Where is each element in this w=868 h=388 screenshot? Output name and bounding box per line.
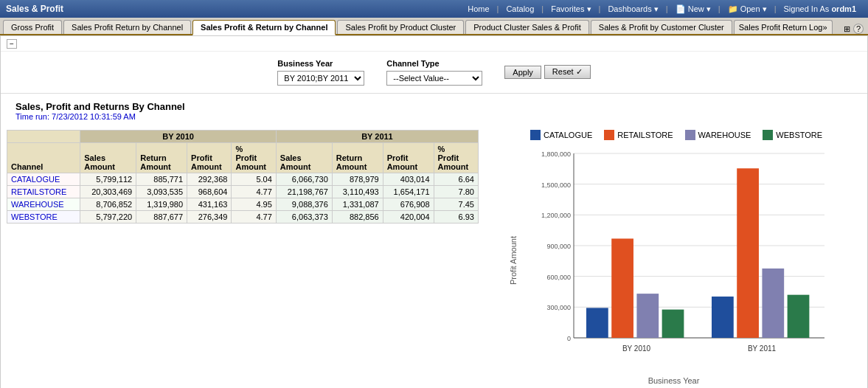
chart-wrapper: Profit Amount 0300,000600,000900,0001,20… bbox=[509, 146, 839, 375]
tab-icons: ⊞ ? bbox=[844, 24, 868, 34]
by2011-profit-header: ProfitAmount bbox=[383, 143, 434, 173]
y-axis-label: Profit Amount bbox=[509, 236, 518, 285]
data-table-wrapper: BY 2010 BY 2011 Channel SalesAmount Retu… bbox=[7, 130, 479, 385]
channel-cell[interactable]: WEBSTORE bbox=[7, 211, 80, 224]
grid-icon[interactable]: ⊞ bbox=[844, 24, 850, 34]
reset-button[interactable]: Reset ✓ bbox=[544, 65, 591, 79]
by2010-profit-header: ProfitAmount bbox=[187, 143, 232, 173]
channel-type-label: Channel Type bbox=[386, 59, 439, 68]
x-axis-label: Business Year bbox=[648, 376, 700, 385]
tab-sales-profit-return-channel-active[interactable]: Sales Profit & Return by Channel bbox=[192, 20, 336, 35]
bar-chart: 0300,000600,000900,0001,200,0001,500,000… bbox=[522, 146, 839, 375]
report-title: Sales, Profit and Returns By Channel bbox=[15, 101, 853, 112]
svg-text:1,800,000: 1,800,000 bbox=[541, 150, 570, 158]
legend-item: WAREHOUSE bbox=[685, 130, 751, 140]
nav-favorites[interactable]: Favorites ▾ bbox=[545, 4, 597, 14]
nav-dashboards[interactable]: Dashboards ▾ bbox=[602, 4, 664, 14]
bar bbox=[762, 269, 784, 338]
by2010-header: BY 2010 bbox=[80, 131, 277, 143]
signed-in-label: Signed In As ordm1 bbox=[778, 4, 862, 13]
report-time: Time run: 7/23/2012 10:31:59 AM bbox=[15, 112, 853, 121]
table-row: WAREHOUSE8,706,8521,319,980431,1634.959,… bbox=[7, 198, 479, 211]
channel-col-header: Channel bbox=[7, 143, 80, 173]
svg-text:BY 2011: BY 2011 bbox=[747, 344, 776, 353]
bar bbox=[737, 168, 759, 338]
filter-bar: Business Year BY 2010;BY 2011 Channel Ty… bbox=[1, 52, 867, 94]
business-year-label: Business Year bbox=[277, 59, 333, 68]
by2010-pct-header: %ProfitAmount bbox=[232, 143, 276, 173]
channel-type-select[interactable]: --Select Value-- bbox=[386, 71, 482, 86]
collapse-row: − bbox=[1, 36, 867, 52]
by2010-return-header: ReturnAmount bbox=[136, 143, 187, 173]
top-bar: Sales & Profit Home | Catalog | Favorite… bbox=[0, 0, 868, 18]
tab-sales-profit-return-channel[interactable]: Sales Profit Return by Channel bbox=[63, 20, 191, 34]
tabs-row: Gross Profit Sales Profit Return by Chan… bbox=[0, 18, 868, 35]
svg-text:0: 0 bbox=[566, 335, 570, 342]
tab-gross-profit[interactable]: Gross Profit bbox=[3, 20, 62, 34]
table-row: CATALOGUE5,799,112885,771292,3685.046,06… bbox=[7, 173, 479, 186]
legend-item: RETAILSTORE bbox=[604, 130, 673, 140]
business-year-select[interactable]: BY 2010;BY 2011 bbox=[277, 71, 364, 86]
nav-open[interactable]: 📁 Open ▾ bbox=[722, 4, 773, 14]
svg-text:900,000: 900,000 bbox=[546, 243, 571, 250]
business-year-filter: Business Year BY 2010;BY 2011 bbox=[277, 59, 364, 86]
table-row: RETAILSTORE20,303,4693,093,535968,6044.7… bbox=[7, 186, 479, 198]
bar bbox=[636, 294, 659, 338]
content-area: − Business Year BY 2010;BY 2011 Channel … bbox=[0, 35, 868, 388]
nav-catalog[interactable]: Catalog bbox=[500, 4, 540, 13]
bar bbox=[712, 297, 734, 338]
channel-cell[interactable]: WAREHOUSE bbox=[7, 198, 80, 211]
table-row: WEBSTORE5,797,220887,677276,3494.776,063… bbox=[7, 211, 479, 224]
chart-legend: CATALOGUERETAILSTOREWAREHOUSEWEBSTORE bbox=[530, 130, 822, 140]
svg-text:BY 2010: BY 2010 bbox=[622, 344, 650, 353]
svg-text:600,000: 600,000 bbox=[546, 274, 571, 281]
nav-home[interactable]: Home bbox=[462, 4, 495, 13]
tab-sales-profit-return-log[interactable]: Sales Profit Return Log» bbox=[734, 20, 833, 34]
chart-area: CATALOGUERETAILSTOREWAREHOUSEWEBSTORE Pr… bbox=[486, 130, 861, 385]
data-table: BY 2010 BY 2011 Channel SalesAmount Retu… bbox=[7, 130, 479, 224]
tab-sales-profit-customer-cluster[interactable]: Sales & Profit by Customer Cluster bbox=[591, 20, 732, 34]
help-icon[interactable]: ? bbox=[853, 24, 864, 34]
top-navigation: Home | Catalog | Favorites ▾ | Dashboard… bbox=[462, 4, 862, 14]
tab-sales-profit-product-cluster[interactable]: Sales Profit by Product Cluster bbox=[337, 20, 464, 34]
by2011-pct-header: %ProfitAmount bbox=[434, 143, 478, 173]
app-title: Sales & Profit bbox=[6, 4, 462, 14]
channel-type-filter: Channel Type --Select Value-- bbox=[386, 59, 482, 86]
filter-buttons: Apply Reset ✓ bbox=[504, 65, 590, 80]
bar bbox=[611, 238, 633, 338]
by2011-header: BY 2011 bbox=[276, 131, 478, 143]
legend-item: CATALOGUE bbox=[530, 130, 592, 140]
main-layout: BY 2010 BY 2011 Channel SalesAmount Retu… bbox=[1, 124, 867, 388]
by2010-sales-header: SalesAmount bbox=[80, 143, 136, 173]
by2011-sales-header: SalesAmount bbox=[276, 143, 332, 173]
apply-button[interactable]: Apply bbox=[504, 66, 541, 79]
by2011-return-header: ReturnAmount bbox=[332, 143, 383, 173]
collapse-icon[interactable]: − bbox=[7, 39, 17, 49]
channel-cell[interactable]: CATALOGUE bbox=[7, 173, 80, 186]
tab-product-cluster-sales-profit[interactable]: Product Cluster Sales & Profit bbox=[465, 20, 589, 34]
svg-text:300,000: 300,000 bbox=[546, 304, 571, 311]
nav-new[interactable]: 📄 New ▾ bbox=[670, 4, 717, 14]
bar bbox=[662, 310, 684, 338]
svg-text:1,500,000: 1,500,000 bbox=[541, 181, 570, 189]
legend-item: WEBSTORE bbox=[763, 130, 822, 140]
bar bbox=[787, 295, 809, 338]
report-header: Sales, Profit and Returns By Channel Tim… bbox=[1, 94, 867, 124]
channel-cell[interactable]: RETAILSTORE bbox=[7, 186, 80, 198]
svg-text:1,200,000: 1,200,000 bbox=[541, 212, 570, 219]
bar bbox=[586, 308, 608, 338]
